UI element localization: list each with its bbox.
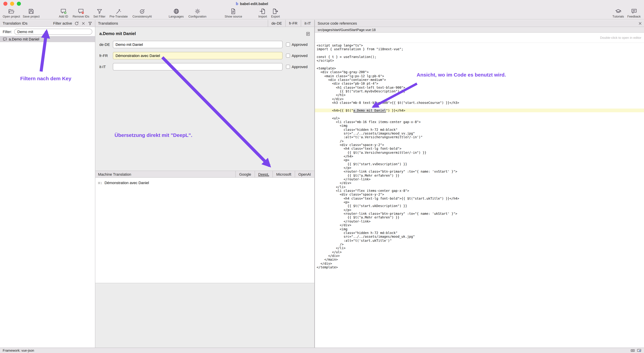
toolbar-add-id[interactable]: Add ID — [58, 8, 69, 18]
code-line — [315, 63, 644, 66]
approved-checkbox-de[interactable] — [286, 43, 290, 47]
toolbar-import[interactable]: Import — [257, 8, 268, 18]
titlebar: b babel-edit.babel — [0, 0, 644, 8]
toolbar-label: Set Filter — [93, 15, 106, 18]
tab-microsoft[interactable]: Microsoft — [272, 171, 294, 177]
approved-control-it: Approved — [286, 65, 312, 69]
translation-row-fr: fr-FR Approved — [95, 52, 314, 59]
translations-header: Translations de-DE fr-FR it-IT — [95, 20, 314, 27]
toolbar-set-filter[interactable]: Set Filter — [93, 8, 106, 18]
approved-control-fr: Approved — [286, 54, 312, 58]
save-project-icon — [28, 8, 34, 15]
toolbar-open-project[interactable]: Open project — [3, 8, 20, 18]
toolbar-label: ConsistencyAI — [132, 15, 152, 18]
refresh-filter-icon[interactable] — [74, 21, 79, 26]
entry-header: a.Demo mit Daniel — [95, 27, 314, 41]
filter-icon[interactable] — [88, 21, 92, 26]
machine-translation-result: Démonstration avec Daniel — [104, 181, 149, 185]
referenced-translation-key[interactable]: a.Demo mit Daniel — [353, 109, 386, 113]
tab-deepl[interactable]: DeepL — [254, 171, 272, 177]
display-status-icon[interactable] — [637, 348, 641, 353]
code-line: :alt="t('a.Versicherungsvermittler/-in')… — [315, 135, 644, 139]
toolbar-label: Pre-Translate — [110, 15, 128, 18]
tab-de-DE[interactable]: de-DE — [268, 20, 285, 27]
close-window-button[interactable] — [3, 2, 8, 6]
close-panel-icon[interactable] — [638, 22, 642, 25]
editor-hint: Double-click to open in editor — [315, 33, 644, 43]
tab-it-IT[interactable]: it-IT — [301, 20, 314, 27]
translation-id-list: a.Demo mit Daniel — [0, 36, 95, 347]
code-line: </li> — [315, 246, 644, 250]
traffic-lights — [0, 2, 21, 6]
set-filter-icon — [96, 8, 102, 15]
toolbar-configuration[interactable]: Configuration — [188, 8, 206, 18]
approved-checkbox-it[interactable] — [286, 65, 290, 69]
source-references-panel: Source code references src/pages/start/G… — [315, 20, 644, 347]
translation-input-de[interactable] — [113, 41, 282, 48]
approved-checkbox-fr[interactable] — [286, 54, 290, 58]
toolbar-save-project[interactable]: Save project — [23, 8, 40, 18]
toolbar-export[interactable]: Export — [270, 8, 281, 18]
code-line: <router-link class="btn-primary" :to="{ … — [315, 170, 644, 174]
toolbar-show-source[interactable]: Show source — [225, 8, 242, 18]
lang-label-de: de-DE — [99, 43, 113, 47]
babeledit-window: b babel-edit.babel Open project Save pro… — [0, 0, 644, 353]
code-line: </script> — [315, 59, 644, 63]
keyboard-status-icon[interactable] — [630, 348, 635, 353]
toolbar-languages[interactable]: Languages — [169, 8, 184, 18]
toolbar-pre-translate[interactable]: Pre-Translate — [110, 8, 128, 18]
toolbar-remove-ids[interactable]: Remove IDs — [72, 8, 89, 18]
code-line: </h4> — [315, 154, 644, 158]
code-line: <div class="pb-10 pt-4"> — [315, 82, 644, 86]
clear-filter-icon[interactable] — [81, 21, 86, 26]
code-line: <ul> — [315, 116, 644, 120]
code-line: /> — [315, 242, 644, 246]
code-line: import { useTranslation } from "i18next-… — [315, 47, 644, 51]
code-line: </main> — [315, 258, 644, 262]
code-line — [315, 105, 644, 109]
open-project-icon — [8, 8, 15, 15]
toolbar-feedback[interactable]: Feedback — [627, 8, 641, 18]
toolbar-label: Export — [271, 15, 280, 18]
minimize-window-button[interactable] — [10, 2, 14, 6]
code-line: <main class="lg:px-12 lg:pb-6"> — [315, 74, 644, 78]
toolbar-tutorials[interactable]: Tutorials — [612, 8, 624, 18]
notes-icon[interactable] — [306, 32, 310, 36]
translation-input-fr[interactable] — [113, 52, 282, 59]
code-line: :alt="t('start.ukTitle')" — [315, 238, 644, 242]
approved-label-de: Approved — [292, 43, 308, 47]
code-line: {{ $t("start.myvbvDescription") }} — [315, 89, 644, 93]
source-file-reference[interactable]: src/pages/start/GuestStartPage.vue:18 — [315, 27, 644, 33]
machine-translation-title: Machine Translation — [98, 172, 131, 176]
zoom-window-button[interactable] — [17, 2, 21, 6]
tab-openai[interactable]: OpenAI — [294, 171, 314, 177]
filter-active-label: Filter active — [53, 21, 72, 25]
code-line: </div> — [315, 261, 644, 265]
machine-translation-header: Machine Translation Google DeepL Microso… — [95, 171, 314, 178]
main-area: Translation IDs Filter active Filter: a.… — [0, 20, 644, 347]
window-title-text: babel-edit.babel — [240, 2, 268, 6]
code-line: <img — [315, 227, 644, 231]
toolbar-label: Remove IDs — [72, 15, 89, 18]
code-line: {{ $t("start.ukDescription") }} — [315, 204, 644, 208]
framework-label: Framework: vue-json — [3, 348, 34, 352]
machine-translation-result-row[interactable]: ⌘1 Démonstration avec Daniel — [95, 178, 314, 185]
lang-label-fr: fr-FR — [99, 54, 113, 58]
toolbar-consistency-ai[interactable]: ConsistencyAI — [132, 8, 152, 18]
code-line: </router-link> — [315, 177, 644, 181]
filter-label: Filter: — [3, 30, 12, 34]
code-line: <script setup lang="ts"> — [315, 44, 644, 47]
approved-label-fr: Approved — [292, 54, 308, 58]
code-line: {{ $t("a.Versicherungsvermittler/-in") }… — [315, 151, 644, 154]
filter-input[interactable] — [14, 29, 92, 35]
tab-google[interactable]: Google — [236, 171, 254, 177]
code-line: <div class="space-y-2"> — [315, 143, 644, 147]
source-code[interactable]: <script setup lang="ts">import { useTran… — [315, 43, 644, 347]
code-line: <router-link class="btn-primary" :to="{ … — [315, 212, 644, 216]
shortcut-badge: ⌘1 — [98, 181, 102, 185]
translation-id-item[interactable]: a.Demo mit Daniel — [0, 36, 95, 42]
import-icon — [260, 8, 266, 15]
translation-row-de: de-DE Approved — [95, 41, 314, 48]
translation-input-it[interactable] — [113, 63, 282, 71]
tab-fr-FR[interactable]: fr-FR — [285, 20, 301, 27]
